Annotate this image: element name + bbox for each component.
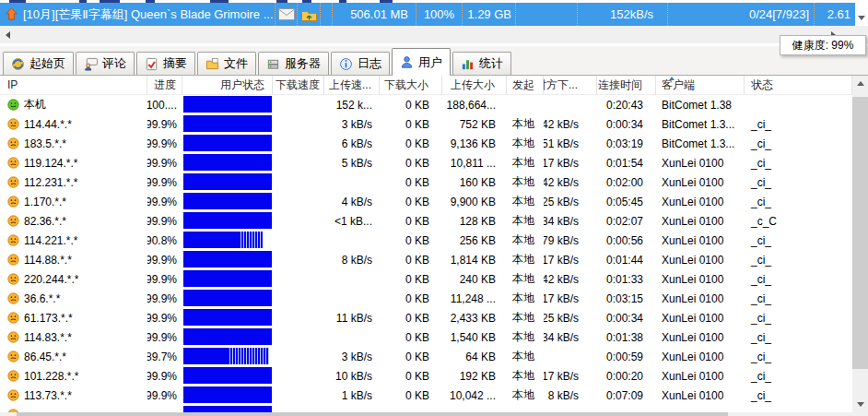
cell-up-speed: 11 kB/s xyxy=(324,308,380,327)
peer-row[interactable]: 114.88.*.*99.9%8 kB/s0 KB1,814 KB本地17 kB… xyxy=(0,250,852,269)
column-header-client[interactable]: 客户端 xyxy=(656,76,745,94)
cell-up-speed: 152 k... xyxy=(324,95,380,114)
peer-list-vertical-scrollbar[interactable] xyxy=(852,76,868,412)
cell-up-size: 10,042 ... xyxy=(442,386,507,405)
column-header-status[interactable]: 状态 xyxy=(745,76,852,94)
cell-initiated: 本地 xyxy=(507,134,544,153)
peer-smiley-icon xyxy=(7,118,19,130)
scroll-down-icon[interactable] xyxy=(858,16,865,20)
cell-client: BitComet 1.38 xyxy=(656,95,745,114)
cell-initiated: 本地 xyxy=(507,366,544,386)
progress-bar xyxy=(183,406,272,412)
peer-row[interactable]: 112.231.*.*99.9%0 KB160 KB本地42 kB/s0:02:… xyxy=(0,172,852,192)
cell-connect-time xyxy=(597,405,656,412)
peer-row[interactable]: 114.83.*.*99.9%0 KB1,540 KB本地34 kB/s0:01… xyxy=(0,327,852,347)
peer-row[interactable]: 119.124.*.*99.9%5 kB/s0 KB10,811 ...本地17… xyxy=(0,153,852,172)
column-header-initiated[interactable]: 发起 xyxy=(507,76,544,94)
cell-status: _ci_ xyxy=(745,347,852,366)
cell-status: _ci_ xyxy=(745,192,852,211)
horizontal-scrollbar-thumb[interactable] xyxy=(17,412,728,416)
task-progress: 100% xyxy=(416,3,462,26)
cell-down-speed xyxy=(273,211,324,231)
column-header-down-speed[interactable]: 下载速度 xyxy=(273,76,324,94)
column-header-peer-down-speed[interactable]: 对方下... xyxy=(544,76,597,94)
column-header-down-size[interactable]: 下载大小 xyxy=(380,76,442,94)
cell-ip: 101.228.*.* xyxy=(0,366,147,386)
peer-row[interactable]: 114.44.*.*99.9%3 kB/s0 KB752 KB本地42 kB/s… xyxy=(0,114,852,134)
cell-ip xyxy=(0,405,147,412)
peer-row[interactable]: 183.5.*.*99.9%6 kB/s0 KB9,136 KB本地51 kB/… xyxy=(0,134,852,153)
cell-up-speed xyxy=(324,269,380,289)
peer-row[interactable]: 114.221.*.*90.8%0 KB256 KB本地179 kB/s0:00… xyxy=(0,231,852,250)
cell-progress: 99.9% xyxy=(147,114,182,134)
peer-row[interactable] xyxy=(0,405,852,412)
cell-peer-down-speed: 17 kB/s xyxy=(544,250,597,269)
cell-down-size: 0 KB xyxy=(380,250,442,269)
vertical-scrollbar-thumb[interactable] xyxy=(852,97,868,369)
cell-user-state xyxy=(182,386,273,405)
cell-progress: 99.9% xyxy=(147,153,182,172)
cell-up-speed xyxy=(324,405,380,412)
cell-user-state xyxy=(182,347,273,366)
column-header-user-state[interactable]: 用户状态 xyxy=(182,76,273,94)
tab-statistics[interactable]: 统计 xyxy=(452,52,511,75)
cell-initiated: 本地 xyxy=(507,386,544,405)
progress-bar xyxy=(183,251,272,267)
task-mail-cell xyxy=(275,3,297,26)
peer-row[interactable]: 101.228.*.*99.9%10 kB/s0 KB192 KB本地17 kB… xyxy=(0,366,852,386)
cell-up-size: 192 KB xyxy=(442,366,507,386)
tab-start-page[interactable]: 起始页 xyxy=(3,52,74,75)
scroll-up-button[interactable] xyxy=(852,76,868,91)
cell-connect-time: 0:01:33 xyxy=(597,269,656,289)
peer-list-horizontal-scrollbar[interactable] xyxy=(0,412,852,416)
peer-row[interactable]: 61.173.*.*99.9%11 kB/s0 KB2,433 KB本地25 k… xyxy=(0,308,852,327)
cell-status: _ci_ xyxy=(745,134,852,153)
cell-connect-time: 0:01:38 xyxy=(597,327,656,347)
cell-up-size: 10,811 ... xyxy=(442,153,507,172)
column-header-ip[interactable]: IP xyxy=(0,76,147,94)
peer-ip: 114.44.*.* xyxy=(24,118,72,131)
cell-connect-time: 0:00:20 xyxy=(597,366,656,386)
cell-down-size: 0 KB xyxy=(380,172,442,192)
cell-connect-time: 0:00:34 xyxy=(597,308,656,327)
cell-up-speed: 1 kB/s xyxy=(324,386,380,405)
cell-peer-down-speed: 51 kB/s xyxy=(544,134,597,153)
peer-row[interactable]: 86.45.*.*89.7%3 kB/s0 KB64 KB本地0:00:59Xu… xyxy=(0,347,852,366)
column-header-up-speed[interactable]: 上传速... xyxy=(324,76,380,94)
task-name-cell: [10月][芒果Ⅱ字幕组] Queen`s Blade Grimoire ... xyxy=(0,3,275,26)
tab-peers[interactable]: 用户 xyxy=(392,48,451,76)
tab-files[interactable]: 文件 xyxy=(197,52,256,75)
peer-row[interactable]: 113.73.*.*99.9%1 kB/s0 KB10,042 ...本地8 k… xyxy=(0,386,852,405)
peer-row[interactable]: 82.36.*.*99.9%<1 kB...0 KB128 KB本地34 kB/… xyxy=(0,211,852,231)
scroll-left-button[interactable] xyxy=(0,26,16,43)
peer-smiley-icon xyxy=(7,196,19,208)
cell-up-size: 128 KB xyxy=(442,211,507,231)
tab-comments[interactable]: 评论 xyxy=(76,52,135,75)
column-header-up-size[interactable]: 上传大小 xyxy=(442,76,507,94)
cell-connect-time: 0:02:07 xyxy=(597,211,656,231)
task-upload-speed: 152kB/s xyxy=(577,3,667,26)
tab-label: 摘要 xyxy=(163,55,187,72)
tab-log[interactable]: 日志 xyxy=(331,52,390,75)
task-list-horizontal-scrollbar[interactable] xyxy=(0,26,868,43)
column-header-connect-time[interactable]: 连接时间 xyxy=(597,76,656,94)
selected-task-row[interactable]: [10月][芒果Ⅱ字幕组] Queen`s Blade Grimoire ...… xyxy=(0,3,855,26)
tab-summary[interactable]: 摘要 xyxy=(136,52,195,75)
summary-icon xyxy=(145,57,158,71)
cell-user-state xyxy=(182,134,273,153)
cell-down-size: 0 KB xyxy=(380,231,442,250)
cell-up-speed: <1 kB... xyxy=(324,211,380,231)
cell-down-size: 0 KB xyxy=(380,95,442,114)
scroll-down-button[interactable] xyxy=(852,397,868,412)
cell-down-size: 0 KB xyxy=(380,347,442,366)
task-uploaded: 1.29 GB xyxy=(462,3,515,26)
peer-row[interactable]: 36.6.*.*99.9%0 KB11,248 ...本地17 kB/s0:03… xyxy=(0,289,852,308)
peer-row[interactable]: 1.170.*.*99.9%4 kB/s0 KB9,900 KB本地25 kB/… xyxy=(0,192,852,211)
peer-smiley-icon xyxy=(7,273,19,285)
peer-row[interactable]: 220.244.*.*99.9%0 KB240 KB本地42 kB/s0:01:… xyxy=(0,269,852,289)
tab-trackers[interactable]: 服务器 xyxy=(258,52,329,75)
progress-bar xyxy=(183,115,272,132)
cell-client: XunLei 0100 xyxy=(656,172,745,192)
peer-row[interactable]: 本机100....152 k...0 KB188,664...0:20:43Bi… xyxy=(0,95,852,114)
column-header-progress[interactable]: 进度 xyxy=(147,76,182,94)
